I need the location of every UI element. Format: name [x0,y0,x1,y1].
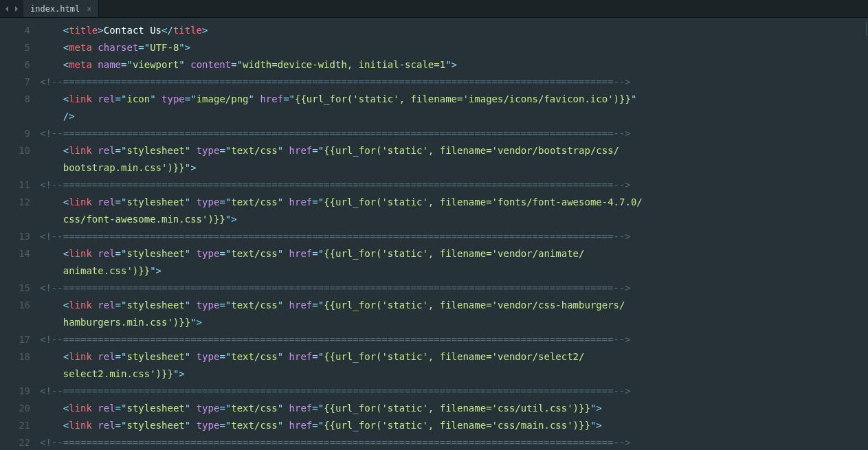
code-line: <link rel="stylesheet" type="text/css" h… [40,245,864,262]
line-number: 18 [0,348,30,365]
code-line: css/font-awesome.min.css')}}"> [40,211,864,228]
code-line: <link rel="stylesheet" type="text/css" h… [40,194,864,211]
nav-back-icon[interactable] [4,3,11,14]
tab-active[interactable]: index.html × [23,0,99,17]
code-line: /> [40,108,864,125]
nav-forward-icon[interactable] [12,3,19,14]
code-line: <link rel="stylesheet" type="text/css" h… [40,400,864,417]
code-line: <link rel="stylesheet" type="text/css" h… [40,142,864,159]
line-number: 14 [0,245,30,262]
code-line: <!--====================================… [40,177,864,194]
line-number: 11 [0,177,30,194]
code-line: <!--====================================… [40,74,864,91]
code-line: <link rel="stylesheet" type="text/css" h… [40,348,864,365]
line-number: 12 [0,194,30,211]
line-number: 6 [0,56,30,74]
code-line: <!--====================================… [40,383,864,400]
code-line: <!--====================================… [40,125,864,142]
line-number [0,211,30,228]
line-number [0,262,30,280]
code-line: <!--====================================… [40,331,864,348]
line-number: 21 [0,417,30,434]
tab-bar: index.html × [0,0,868,18]
code-line: <link rel="stylesheet" type="text/css" h… [40,297,864,314]
line-number [0,365,30,383]
code-line: bootstrap.min.css')}}"> [40,159,864,177]
line-number: 13 [0,228,30,245]
line-number: 4 [0,22,30,39]
code-line: <meta charset="UTF-8"> [40,39,864,56]
line-number: 16 [0,297,30,314]
line-number: 9 [0,125,30,142]
line-number: 8 [0,91,30,108]
code-line: <!--====================================… [40,280,864,297]
line-number: 10 [0,142,30,159]
editor: 45678910111213141516171819202122 <title>… [0,18,868,450]
line-number [0,159,30,177]
line-number [0,108,30,125]
gutter: 45678910111213141516171819202122 [0,18,40,450]
line-number: 15 [0,280,30,297]
nav-arrows [0,0,23,17]
code-line: animate.css')}}"> [40,262,864,280]
code-area[interactable]: <title>Contact Us</title> <meta charset=… [40,18,864,450]
code-line: select2.min.css')}}"> [40,365,864,383]
line-number: 22 [0,434,30,450]
line-number: 5 [0,39,30,56]
code-line: <link rel="icon" type="image/png" href="… [40,91,864,108]
line-number: 20 [0,400,30,417]
close-icon[interactable]: × [87,4,91,14]
code-line: <title>Contact Us</title> [40,22,864,39]
code-line: hamburgers.min.css')}}"> [40,314,864,331]
line-number [0,314,30,331]
code-line: <!--====================================… [40,228,864,245]
line-number: 17 [0,331,30,348]
line-number: 7 [0,74,30,91]
line-number: 19 [0,383,30,400]
minimap[interactable] [864,18,868,450]
tab-title: index.html [30,4,80,14]
code-line: <!--====================================… [40,434,864,450]
code-line: <meta name="viewport" content="width=dev… [40,56,864,74]
code-line: <link rel="stylesheet" type="text/css" h… [40,417,864,434]
